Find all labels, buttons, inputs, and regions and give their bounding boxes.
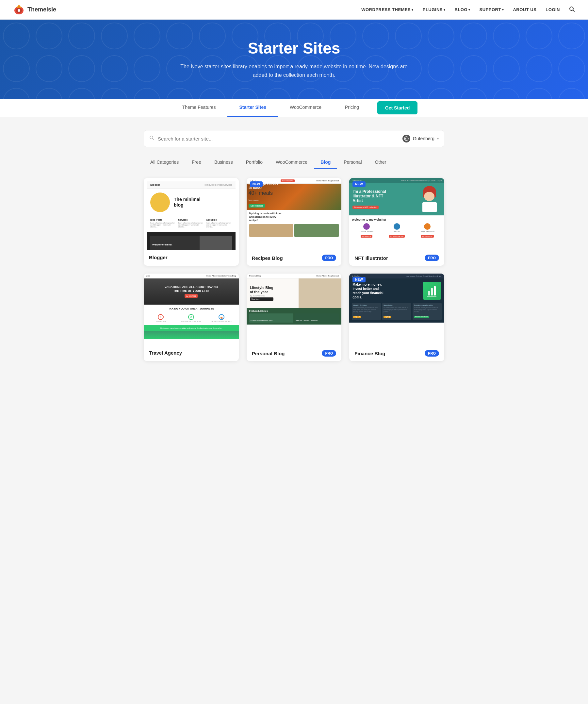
svg-rect-10 — [405, 137, 406, 139]
card-finance-blog[interactable]: NEW ⊕ FinTech Homepage Articles About Se… — [349, 274, 444, 361]
get-started-button[interactable]: Get Started — [377, 101, 417, 114]
card-preview-nft: Dani Gaille Home About NFTs Portfolio Bl… — [349, 178, 444, 250]
tab-woocommerce[interactable]: WooCommerce — [278, 99, 333, 117]
cat-woocommerce[interactable]: WooCommerce — [269, 156, 314, 169]
nav-chevron-0: ▾ — [411, 8, 413, 11]
cat-personal[interactable]: Personal — [337, 156, 368, 169]
logo-icon — [13, 4, 25, 16]
search-icon[interactable] — [569, 6, 575, 13]
category-filter: All Categories Free Business Portfolio W… — [144, 156, 444, 169]
card-personal-blog[interactable]: Personal Blog Home About Blog Contact Li… — [247, 274, 342, 361]
card-footer-recipes: Recipes Blog PRO — [247, 250, 342, 266]
tab-theme-features[interactable]: Theme Features — [171, 99, 228, 117]
card-title-personal: Personal Blog — [252, 351, 285, 356]
card-footer-blogger: Blogger — [144, 250, 239, 265]
search-bar: Gutenberg ▾ — [144, 130, 444, 147]
svg-line-8 — [152, 138, 154, 140]
gutenberg-icon — [402, 135, 410, 142]
cat-business[interactable]: Business — [208, 156, 240, 169]
search-icon — [149, 135, 154, 142]
card-footer-nft: NFT Illustrator PRO — [349, 250, 444, 266]
card-title-blogger: Blogger — [149, 254, 168, 260]
cat-portfolio[interactable]: Portfolio — [240, 156, 269, 169]
pro-badge-recipes: PRO — [322, 254, 336, 261]
logo-text: Themeisle — [27, 6, 56, 13]
card-recipes-blog[interactable]: NEW 🍴 Recipes Business Pro Home About Bl… — [247, 178, 342, 266]
nav-wordpress-themes[interactable]: WORDPRESS THEMES ▾ — [361, 7, 413, 12]
nav-chevron-3: ▾ — [502, 8, 504, 11]
hero-description: The Neve starter sites library enables t… — [180, 62, 408, 79]
main-content: Gutenberg ▾ All Categories Free Business… — [137, 117, 451, 374]
builder-chevron-icon: ▾ — [437, 137, 439, 140]
cat-other[interactable]: Other — [369, 156, 393, 169]
card-preview-finance: ⊕ FinTech Homepage Articles About Search… — [349, 274, 444, 346]
card-footer-personal: Personal Blog PRO — [247, 346, 342, 361]
tab-starter-sites[interactable]: Starter Sites — [227, 99, 278, 117]
card-nft-illustrator[interactable]: NEW Dani Gaille Home About NFTs Portfoli… — [349, 178, 444, 266]
gutenberg-selector[interactable]: Gutenberg ▾ — [402, 135, 439, 142]
nav-plugins[interactable]: PLUGINS ▾ — [423, 7, 446, 12]
cat-free[interactable]: Free — [185, 156, 208, 169]
card-blogger[interactable]: Blogger Home About Posts Services The mi… — [144, 178, 239, 266]
nav-login[interactable]: LOGIN — [545, 7, 560, 12]
pro-badge-personal: PRO — [322, 350, 336, 357]
pro-badge-nft: PRO — [425, 254, 439, 261]
card-preview-blogger: Blogger Home About Posts Services The mi… — [144, 178, 239, 250]
tab-navigation: Theme Features Starter Sites WooCommerce… — [0, 99, 588, 117]
svg-rect-13 — [431, 288, 433, 295]
svg-rect-11 — [407, 137, 407, 139]
new-badge-recipes: NEW — [250, 181, 263, 187]
tab-pricing[interactable]: Pricing — [333, 99, 371, 117]
card-title-travel: Travel Agency — [149, 350, 182, 356]
card-title-nft: NFT Illustrator — [354, 255, 388, 261]
hero-section: Starter Sites The Neve starter sites lib… — [0, 19, 588, 99]
search-input[interactable] — [158, 136, 392, 141]
search-divider — [397, 134, 397, 143]
svg-point-4 — [18, 9, 20, 12]
header: Themeisle WORDPRESS THEMES ▾ PLUGINS ▾ B… — [0, 0, 588, 19]
card-title-finance: Finance Blog — [354, 351, 385, 356]
cat-blog[interactable]: Blog — [314, 156, 337, 169]
card-footer-finance: Finance Blog PRO — [349, 346, 444, 361]
builder-label: Gutenberg — [413, 136, 435, 141]
card-footer-travel: Travel Agency — [144, 346, 239, 360]
svg-rect-14 — [434, 286, 436, 295]
nav-chevron-2: ▾ — [468, 8, 470, 11]
svg-rect-12 — [428, 291, 430, 295]
card-grid: Blogger Home About Posts Services The mi… — [144, 178, 444, 361]
main-nav: WORDPRESS THEMES ▾ PLUGINS ▾ BLOG ▾ SUPP… — [361, 6, 575, 13]
nav-support[interactable]: SUPPORT ▾ — [479, 7, 504, 12]
card-title-recipes: Recipes Blog — [252, 255, 283, 261]
new-badge-nft: NEW — [352, 181, 365, 187]
nav-about-us[interactable]: ABOUT US — [513, 7, 536, 12]
svg-line-6 — [573, 10, 575, 11]
logo[interactable]: Themeisle — [13, 4, 56, 16]
new-badge-finance: NEW — [352, 277, 365, 282]
card-preview-travel: Zola Home About Newsletter Trips Blog VA… — [144, 274, 239, 346]
nav-chevron-1: ▾ — [444, 8, 446, 11]
card-travel-agency[interactable]: Zola Home About Newsletter Trips Blog VA… — [144, 274, 239, 361]
cat-all-categories[interactable]: All Categories — [144, 156, 185, 169]
pro-badge-finance: PRO — [425, 350, 439, 357]
hero-title: Starter Sites — [180, 39, 408, 57]
card-preview-personal: Personal Blog Home About Blog Contact Li… — [247, 274, 342, 346]
card-preview-recipes: 🍴 Recipes Business Pro Home About Blog C… — [247, 178, 342, 250]
nav-blog[interactable]: BLOG ▾ — [455, 7, 470, 12]
hero-content: Starter Sites The Neve starter sites lib… — [180, 39, 408, 79]
